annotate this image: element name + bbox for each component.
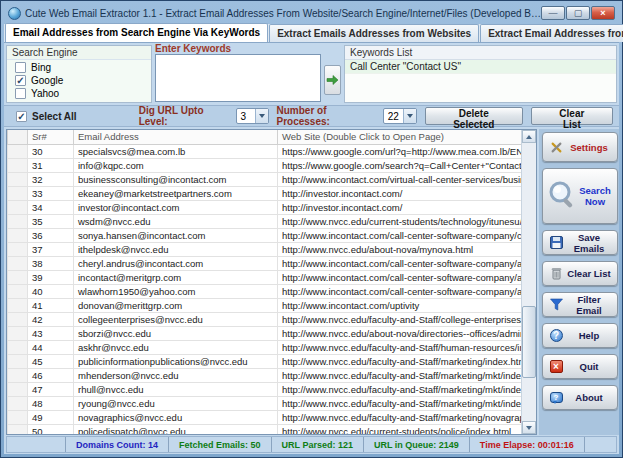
row-selector[interactable] (8, 186, 28, 200)
email-header[interactable]: Email Address (74, 130, 278, 144)
filter-email-button[interactable]: Filter Email (542, 292, 618, 317)
table-row[interactable]: 41donovan@merittgrp.comhttp://www.incont… (8, 298, 522, 312)
site-cell[interactable]: https://www.google.com/url?q=http://www.… (278, 144, 522, 158)
table-row[interactable]: 33ekeaney@marketstreetpartners.comhttp:/… (8, 186, 522, 200)
clear-list-button[interactable]: Clear List (531, 107, 613, 125)
site-cell[interactable]: https://www.google.com/search?q=Call+Cen… (278, 158, 522, 172)
site-cell[interactable]: http://www.nvcc.edu/faculty-and-Staff/ma… (278, 410, 522, 424)
table-row[interactable]: 34investor@incontact.comhttp://investor.… (8, 200, 522, 214)
site-cell[interactable]: http://www.nvcc.edu/faculty-and-Staff/ma… (278, 368, 522, 382)
row-selector[interactable] (8, 228, 28, 242)
table-row[interactable]: 48ryoung@nvcc.eduhttp://www.nvcc.edu/fac… (8, 396, 522, 410)
row-selector[interactable] (8, 298, 28, 312)
chevron-down-icon[interactable] (255, 109, 268, 123)
help-button[interactable]: ? Help (542, 323, 618, 348)
quit-button[interactable]: × Quit (542, 354, 618, 379)
row-selector[interactable] (8, 326, 28, 340)
row-selector[interactable] (8, 144, 28, 158)
row-selector[interactable] (8, 256, 28, 270)
table-row[interactable]: 39incontact@meritgrp.comhttp://www.incon… (8, 270, 522, 284)
row-selector[interactable] (8, 158, 28, 172)
table-row[interactable]: 36sonya.hansen@incontact.comhttp://www.i… (8, 228, 522, 242)
tab-websites[interactable]: Extract Emails Addresses from Websites (269, 24, 479, 42)
table-row[interactable]: 35wsdm@nvcc.eduhttp://www.nvcc.edu/curre… (8, 214, 522, 228)
row-selector[interactable] (8, 214, 28, 228)
keywords-textarea[interactable] (155, 54, 321, 102)
dig-url-select[interactable]: 3 (236, 108, 269, 124)
close-button[interactable]: × (591, 6, 615, 20)
site-cell[interactable]: http://www.incontact.com/call-center-sof… (278, 270, 522, 284)
site-cell[interactable]: http://www.nvcc.edu/faculty-and-Staff/co… (278, 312, 522, 326)
site-cell[interactable]: http://www.nvcc.edu/faculty-and-Staff/ma… (278, 382, 522, 396)
scrollbar-thumb[interactable] (522, 306, 536, 378)
table-row[interactable]: 40wlawhorn1950@yahoo.comhttp://www.incon… (8, 284, 522, 298)
row-selector[interactable] (8, 410, 28, 424)
table-row[interactable]: 42collegeenterprises@nvcc.eduhttp://www.… (8, 312, 522, 326)
engine-option-yahoo[interactable]: Yahoo (7, 86, 151, 99)
vertical-scrollbar[interactable] (521, 130, 536, 434)
site-cell[interactable]: http://www.nvcc.edu/faculty-and-Staff/ma… (278, 396, 522, 410)
row-selector[interactable] (8, 270, 28, 284)
tab-search-engine[interactable]: Email Addresses from Search Engine Via K… (5, 23, 268, 42)
keyword-list-item[interactable]: Call Center "Contact US" (345, 60, 616, 74)
table-row[interactable]: 45publicinformationpublications@nvcc.edu… (8, 354, 522, 368)
delete-selected-button[interactable]: Delete Selected (425, 107, 523, 125)
engine-option-google[interactable]: ✓ Google (7, 73, 151, 86)
add-keyword-button[interactable] (324, 65, 341, 95)
table-row[interactable]: 44askhr@nvcc.eduhttp://www.nvcc.edu/facu… (8, 340, 522, 354)
row-selector[interactable] (8, 172, 28, 186)
tab-files[interactable]: Extract Email Addresses from Files (480, 24, 623, 42)
row-selector[interactable] (8, 354, 28, 368)
site-header[interactable]: Web Site (Double Click to Open Page) (278, 130, 522, 144)
sr-header[interactable]: Sr# (28, 130, 74, 144)
table-row[interactable]: 43sborzi@nvcc.eduhttp://www.nvcc.edu/abo… (8, 326, 522, 340)
row-selector[interactable] (8, 396, 28, 410)
row-selector[interactable] (8, 368, 28, 382)
site-cell[interactable]: http://www.nvcc.edu/current-students/pol… (278, 424, 522, 435)
table-row[interactable]: 49novagraphics@nvcc.eduhttp://www.nvcc.e… (8, 410, 522, 424)
table-row[interactable]: 32businessconsulting@incontact.comhttp:/… (8, 172, 522, 186)
row-selector[interactable] (8, 382, 28, 396)
site-cell[interactable]: http://investor.incontact.com/ (278, 200, 522, 214)
row-selector[interactable] (8, 284, 28, 298)
site-cell[interactable]: http://www.incontact.com/call-center-sof… (278, 228, 522, 242)
table-row[interactable]: 37ithelpdesk@nvcc.eduhttp://www.nvcc.edu… (8, 242, 522, 256)
engine-option-bing[interactable]: Bing (7, 60, 151, 73)
settings-button[interactable]: Settings (542, 132, 618, 162)
table-row[interactable]: 30specialsvcs@mea.com.lbhttps://www.goog… (8, 144, 522, 158)
minimize-button[interactable]: — (541, 6, 565, 20)
row-selector[interactable] (8, 312, 28, 326)
site-cell[interactable]: http://www.nvcc.edu/about-nova/directori… (278, 326, 522, 340)
table-row[interactable]: 31info@kqpc.comhttps://www.google.com/se… (8, 158, 522, 172)
about-button[interactable]: ? About (542, 385, 618, 410)
scroll-up-button[interactable] (522, 130, 536, 143)
site-cell[interactable]: http://www.incontact.com/uptivity (278, 298, 522, 312)
google-checkbox[interactable]: ✓ (15, 75, 26, 86)
site-cell[interactable]: http://www.nvcc.edu/faculty-and-Staff/ma… (278, 354, 522, 368)
row-selector[interactable] (8, 424, 28, 435)
maximize-button[interactable]: ▢ (566, 6, 590, 20)
table-row[interactable]: 46mhenderson@nvcc.eduhttp://www.nvcc.edu… (8, 368, 522, 382)
table-row[interactable]: 38cheryl.andrus@incontact.comhttp://www.… (8, 256, 522, 270)
site-cell[interactable]: http://investor.incontact.com/ (278, 186, 522, 200)
row-selector[interactable] (8, 340, 28, 354)
site-cell[interactable]: http://www.incontact.com/call-center-sof… (278, 284, 522, 298)
bing-checkbox[interactable] (15, 62, 26, 73)
table-row[interactable]: 50policedispatch@nvcc.eduhttp://www.nvcc… (8, 424, 522, 435)
site-cell[interactable]: http://www.incontact.com/call-center-sof… (278, 256, 522, 270)
select-all-checkbox[interactable]: ✓ (16, 111, 27, 122)
scroll-down-button[interactable] (522, 421, 536, 434)
site-cell[interactable]: http://www.nvcc.edu/about-nova/mynova.ht… (278, 242, 522, 256)
site-cell[interactable]: http://www.nvcc.edu/faculty-and-Staff/hu… (278, 340, 522, 354)
search-now-button[interactable]: Search Now (542, 168, 618, 224)
save-emails-button[interactable]: Save Emails (542, 230, 618, 255)
row-selector[interactable] (8, 242, 28, 256)
yahoo-checkbox[interactable] (15, 88, 26, 99)
site-cell[interactable]: http://www.nvcc.edu/current-students/tec… (278, 214, 522, 228)
select-all-control[interactable]: ✓ Select All (16, 111, 131, 122)
processes-select[interactable]: 22 (383, 108, 417, 124)
site-cell[interactable]: http://www.incontact.com/virtual-call-ce… (278, 172, 522, 186)
row-selector[interactable] (8, 200, 28, 214)
table-row[interactable]: 47rhull@nvcc.eduhttp://www.nvcc.edu/facu… (8, 382, 522, 396)
clear-list-button-side[interactable]: Clear List (542, 261, 618, 286)
